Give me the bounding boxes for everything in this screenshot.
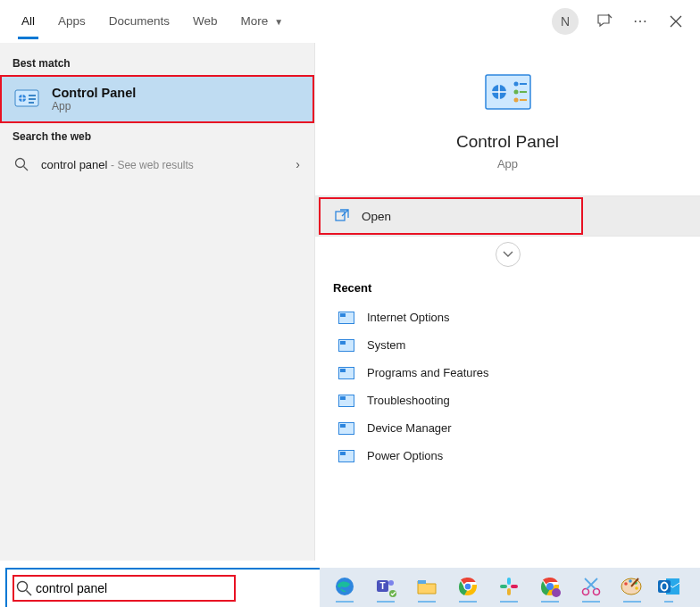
close-icon[interactable] (666, 12, 686, 31)
search-input[interactable] (32, 578, 307, 599)
user-avatar[interactable]: N (552, 8, 579, 35)
details-pane: Control Panel App Open Recent Internet O… (314, 43, 700, 561)
taskbar: T (320, 568, 700, 607)
tab-documents[interactable]: Documents (105, 4, 173, 38)
feedback-icon[interactable] (595, 12, 614, 31)
tab-all[interactable]: All (18, 4, 38, 38)
tab-more[interactable]: More ▼ (238, 4, 287, 38)
recent-item[interactable]: Power Options (333, 442, 682, 470)
open-icon (335, 209, 349, 223)
svg-point-8 (513, 82, 518, 87)
best-match-label: Best match (0, 50, 314, 75)
svg-rect-40 (511, 585, 518, 588)
control-panel-large-icon (484, 71, 532, 114)
svg-rect-4 (29, 102, 34, 104)
svg-rect-11 (520, 91, 527, 93)
search-icon (14, 157, 29, 171)
more-options-icon[interactable]: ⋯ (630, 12, 650, 31)
recent-item[interactable]: Troubleshooting (333, 387, 682, 414)
chevron-down-icon: ▼ (274, 17, 283, 27)
taskbar-teams[interactable]: T (368, 570, 404, 604)
tab-apps[interactable]: Apps (54, 4, 89, 38)
svg-point-5 (16, 159, 25, 168)
svg-rect-38 (500, 585, 507, 588)
svg-point-27 (18, 582, 28, 592)
svg-rect-33 (418, 580, 426, 584)
svg-point-48 (629, 579, 632, 583)
taskbar-paint[interactable] (614, 570, 650, 604)
svg-point-47 (624, 582, 628, 586)
settings-window-icon (338, 450, 354, 462)
svg-rect-9 (520, 83, 527, 85)
results-pane: Best match Control Panel App Search the … (0, 43, 314, 561)
details-subtitle: App (329, 157, 686, 170)
recent-item[interactable]: Programs and Features (333, 359, 682, 387)
svg-rect-24 (340, 424, 346, 428)
recent-section: Recent Internet Options System Programs … (315, 270, 700, 475)
svg-rect-16 (340, 313, 346, 317)
svg-rect-26 (340, 452, 346, 455)
taskbar-edge[interactable] (327, 570, 362, 604)
settings-window-icon (338, 312, 354, 324)
control-panel-icon (14, 87, 39, 112)
svg-rect-37 (507, 578, 511, 585)
search-icon (16, 580, 32, 596)
tab-web[interactable]: Web (189, 4, 221, 38)
expand-button[interactable] (496, 242, 521, 267)
svg-rect-20 (340, 369, 346, 372)
svg-rect-3 (29, 98, 36, 100)
svg-rect-14 (336, 212, 345, 220)
action-open[interactable]: Open (315, 195, 700, 237)
taskbar-file-explorer[interactable] (409, 570, 445, 604)
svg-point-31 (388, 580, 394, 586)
result-control-panel[interactable]: Control Panel App (0, 75, 314, 123)
taskbar-snip[interactable] (573, 570, 609, 604)
recent-item[interactable]: System (333, 331, 682, 359)
recent-item[interactable]: Device Manager (333, 414, 682, 442)
taskbar-chrome-profile[interactable] (532, 570, 568, 604)
recent-item[interactable]: Internet Options (333, 304, 682, 331)
taskbar-chrome[interactable] (450, 570, 486, 604)
svg-point-43 (552, 588, 561, 597)
top-tab-bar: All Apps Documents Web More ▼ N ⋯ (0, 0, 700, 43)
settings-window-icon (338, 367, 354, 379)
result-subtitle: App (52, 100, 136, 112)
svg-point-12 (513, 98, 518, 103)
recent-label: Recent (333, 276, 682, 304)
svg-text:T: T (379, 581, 385, 591)
svg-point-45 (594, 589, 600, 595)
details-title: Control Panel (329, 132, 686, 152)
svg-rect-18 (340, 341, 346, 345)
svg-rect-22 (340, 396, 346, 400)
search-web-label: Search the web (0, 123, 314, 148)
chevron-right-icon: › (296, 157, 300, 171)
svg-point-10 (513, 90, 518, 95)
settings-window-icon (338, 395, 354, 407)
web-search-result[interactable]: control panel - See web results › (0, 148, 314, 180)
svg-point-42 (546, 583, 554, 590)
svg-rect-13 (520, 99, 527, 101)
svg-point-44 (583, 589, 589, 595)
settings-window-icon (338, 339, 354, 352)
settings-window-icon (338, 422, 354, 435)
svg-rect-39 (507, 588, 511, 595)
result-title: Control Panel (52, 86, 136, 100)
svg-point-50 (635, 586, 638, 590)
taskbar-slack[interactable] (491, 570, 527, 604)
taskbar-outlook[interactable] (655, 570, 682, 604)
svg-point-32 (389, 590, 396, 597)
svg-rect-2 (29, 95, 36, 96)
